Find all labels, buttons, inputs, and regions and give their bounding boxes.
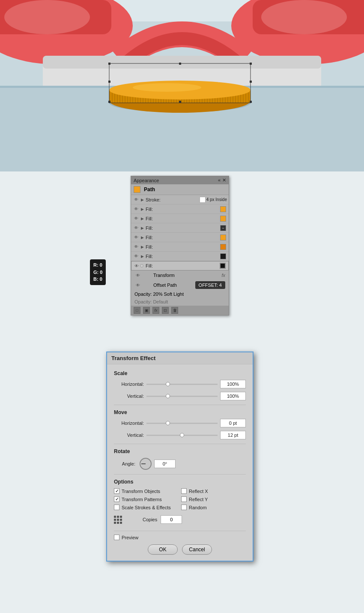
fill4-swatch: [220, 234, 226, 240]
scale-strokes-row[interactable]: Scale Strokes & Effects: [114, 505, 179, 510]
fill-row-7[interactable]: 👁 Fill:: [131, 261, 229, 270]
fill4-expand-icon[interactable]: ▶: [140, 235, 145, 240]
fill2-visibility-icon[interactable]: 👁: [133, 215, 140, 222]
scale-horizontal-thumb[interactable]: [166, 382, 170, 386]
scale-vertical-thumb[interactable]: [166, 394, 170, 398]
fill3-swatch: −: [220, 225, 226, 231]
transform-objects-row[interactable]: ✓ Transform Objects: [114, 488, 179, 494]
options-section-label: Options: [114, 479, 246, 485]
fill-row-2[interactable]: 👁 ▶ Fill:: [131, 214, 229, 223]
reflect-x-row[interactable]: Reflect X: [181, 488, 246, 494]
fill6-swatch: [220, 253, 226, 259]
fill-row-5[interactable]: 👁 ▶ Fill:: [131, 242, 229, 252]
fill3-expand-icon[interactable]: ▶: [140, 225, 145, 231]
rotate-section-label: Rotate: [114, 448, 246, 454]
cancel-button[interactable]: Cancel: [182, 544, 212, 555]
copies-grid-icon: [114, 516, 122, 524]
reflect-y-row[interactable]: Reflect Y: [181, 496, 246, 502]
fill2-label: Fill:: [146, 216, 220, 221]
panel-controls: « ✕: [218, 177, 226, 183]
fx-button[interactable]: fx: [152, 307, 159, 314]
svg-rect-77: [250, 63, 252, 65]
default-opacity-label: Opacity: Default: [134, 299, 168, 304]
move-vertical-label: Vertical:: [114, 433, 144, 438]
fill1-expand-icon[interactable]: ▶: [140, 207, 145, 212]
move-horizontal-input[interactable]: 0 pt: [220, 419, 246, 427]
panel-title-bar: Appearance « ✕: [131, 176, 229, 184]
fill-row-1[interactable]: 👁 ▶ Fill:: [131, 204, 229, 214]
fill-row-3[interactable]: 👁 ▶ Fill: −: [131, 223, 229, 233]
fill4-visibility-icon[interactable]: 👁: [133, 234, 140, 241]
new-layer-icon[interactable]: □: [134, 307, 140, 314]
transform-visibility-icon[interactable]: 👁: [134, 272, 141, 279]
fill6-visibility-icon[interactable]: 👁: [133, 253, 140, 260]
fill2-expand-icon[interactable]: ▶: [140, 216, 145, 221]
offset-row[interactable]: 👁 Offset Path OFFSET: 4: [131, 280, 229, 290]
copies-input[interactable]: 0: [161, 515, 182, 524]
panel-close-icon[interactable]: ✕: [222, 177, 226, 183]
offset-visibility-icon[interactable]: 👁: [134, 282, 141, 288]
move-vertical-input[interactable]: 12 pt: [220, 431, 246, 439]
reflect-x-checkbox[interactable]: [181, 488, 187, 494]
random-checkbox[interactable]: [181, 505, 187, 510]
opacity-label: Opacity: 20% Soft Light: [134, 291, 184, 297]
path-label: Path: [144, 186, 155, 192]
fill6-label: Fill:: [146, 254, 220, 259]
stroke-label: Stroke:: [146, 197, 200, 202]
fill7-visibility-icon[interactable]: 👁: [133, 262, 140, 269]
svg-point-8: [4, 0, 90, 34]
fill1-visibility-icon[interactable]: 👁: [133, 206, 140, 213]
scale-horizontal-slider[interactable]: [146, 384, 218, 385]
fill5-expand-icon[interactable]: ▶: [140, 244, 145, 249]
move-horizontal-thumb[interactable]: [166, 421, 170, 425]
panel-footer: □ ▣ fx ⊡ 🗑: [131, 306, 229, 315]
trash-icon[interactable]: 🗑: [171, 307, 178, 314]
scale-vertical-input[interactable]: 100%: [220, 392, 246, 400]
fill1-label: Fill:: [146, 207, 220, 212]
scale-vertical-slider[interactable]: [146, 396, 218, 397]
dialog-body: Scale Horizontal: 100% Vertical: 100% Mo…: [107, 364, 253, 561]
move-horizontal-slider[interactable]: [146, 423, 218, 424]
angle-label: Angle:: [114, 461, 135, 466]
copy-icon[interactable]: ⊡: [162, 307, 169, 314]
panel-collapse-icon[interactable]: «: [218, 177, 221, 183]
transform-patterns-checkbox[interactable]: ✓: [114, 496, 119, 502]
move-vertical-thumb[interactable]: [180, 433, 184, 437]
fill6-expand-icon[interactable]: ▶: [140, 254, 145, 259]
stroke-value: 4 px Inside: [206, 197, 227, 202]
angle-input[interactable]: 0°: [154, 460, 176, 468]
scale-strokes-checkbox[interactable]: [114, 505, 119, 510]
transform-objects-checkbox[interactable]: ✓: [114, 488, 119, 494]
fill-row-6[interactable]: 👁 ▶ Fill:: [131, 252, 229, 261]
move-vertical-slider[interactable]: [146, 435, 218, 436]
fill3-visibility-icon[interactable]: 👁: [133, 225, 140, 231]
random-row[interactable]: Random: [181, 505, 246, 510]
fill-row-4[interactable]: 👁 ▶ Fill:: [131, 233, 229, 242]
canvas-illustration: [0, 0, 364, 171]
transform-row[interactable]: 👁 Transform fx: [131, 270, 229, 280]
stroke-visibility-icon[interactable]: 👁: [133, 196, 140, 203]
preview-checkbox[interactable]: [114, 535, 119, 540]
layer-mask-icon[interactable]: ▣: [143, 307, 150, 314]
scale-move-divider: [114, 405, 246, 405]
stroke-row[interactable]: 👁 ▶ Stroke: 4 px Inside: [131, 195, 229, 204]
transform-dialog: Transform Effect Scale Horizontal: 100% …: [106, 352, 254, 562]
reflect-y-checkbox[interactable]: [181, 496, 187, 502]
preview-label: Preview: [122, 535, 138, 540]
svg-rect-78: [108, 101, 110, 103]
transform-patterns-row[interactable]: ✓ Transform Patterns: [114, 496, 179, 502]
svg-rect-11: [43, 56, 321, 69]
preview-row[interactable]: Preview: [114, 535, 246, 540]
transform-patterns-check-mark: ✓: [115, 497, 119, 502]
scale-horizontal-row: Horizontal: 100%: [114, 380, 246, 388]
scale-horizontal-input[interactable]: 100%: [220, 380, 246, 388]
stroke-expand-icon[interactable]: ▶: [140, 197, 145, 202]
angle-dial[interactable]: [140, 458, 152, 470]
fill3-label: Fill:: [146, 225, 220, 231]
fill5-visibility-icon[interactable]: 👁: [133, 243, 140, 250]
reflect-x-label: Reflect X: [189, 489, 208, 494]
fill7-swatch: [220, 263, 226, 269]
move-horizontal-label: Horizontal:: [114, 421, 144, 426]
fill7-label: Fill:: [146, 263, 220, 268]
ok-button[interactable]: OK: [148, 544, 178, 555]
